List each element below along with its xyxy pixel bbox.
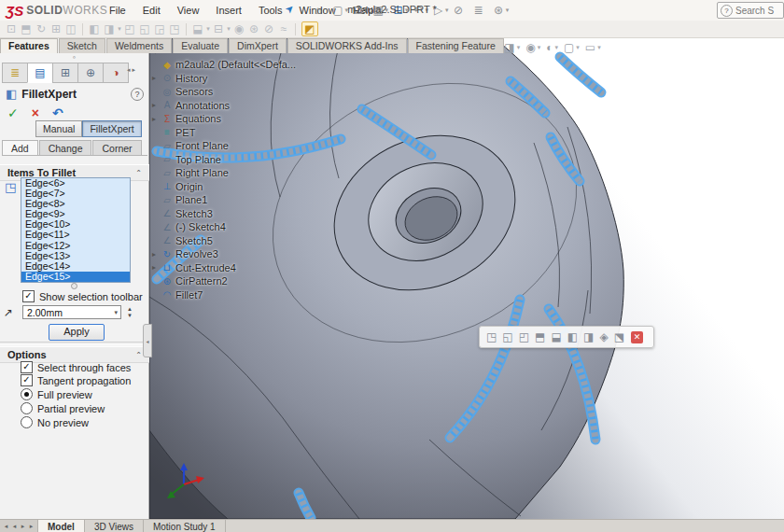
quick-access-icon[interactable]: ≣ ▾ <box>472 4 489 17</box>
quick-access-icon[interactable]: ⌂ ▾ <box>312 4 329 17</box>
selection-option-icon[interactable]: ◧ <box>567 330 578 343</box>
toolbar-icon[interactable]: ◩ <box>301 21 318 36</box>
expand-arrow-icon[interactable]: ▸ <box>152 263 161 272</box>
collapse-chevron-icon[interactable]: ⌃ <box>135 351 142 359</box>
command-tab[interactable]: DimXpert <box>229 38 287 53</box>
mode-button[interactable]: Manual <box>35 120 82 137</box>
tab-nav-arrow-icon[interactable]: ◂ <box>10 523 19 530</box>
tree-item[interactable]: ▸ ⊥ Origin <box>152 180 329 194</box>
command-tab[interactable]: Evaluate <box>173 38 228 53</box>
manager-tab[interactable]: ⊕ <box>77 63 103 83</box>
menu-item[interactable]: View <box>169 5 208 16</box>
edge-list-item[interactable]: Edge<15> <box>21 272 130 282</box>
tree-item[interactable]: ▸ ◆ m2aula2 (Default<<Defa... <box>152 58 329 72</box>
chevron-down-icon[interactable]: ▾ <box>517 44 521 51</box>
chevron-down-icon[interactable]: ▾ <box>365 7 369 14</box>
search-box[interactable]: ? Search S <box>717 2 784 19</box>
chevron-down-icon[interactable]: ▾ <box>445 7 449 14</box>
toolbar-icon[interactable] <box>295 23 296 35</box>
toolbar-icon[interactable]: ▾ <box>117 25 122 33</box>
menu-item[interactable]: File <box>101 5 134 16</box>
toolbar-icon[interactable]: ⊛ <box>248 22 259 35</box>
chevron-down-icon[interactable]: ▾ <box>405 7 409 14</box>
toolbar-icon[interactable]: ≈ <box>278 22 289 35</box>
command-tab[interactable]: SOLIDWORKS Add-Ins <box>287 38 407 53</box>
tree-item[interactable]: ▸ ◠ Fillet7 <box>152 288 329 302</box>
show-selection-toolbar-checkbox[interactable]: ✓ Show selection toolbar <box>22 290 143 302</box>
selection-option-icon[interactable]: ◱ <box>502 330 512 343</box>
quick-access-icon[interactable]: ▦ ▾ <box>372 4 389 17</box>
tab-nav-arrow-icon[interactable]: ▸ <box>27 523 35 530</box>
manager-tab[interactable]: ▤ <box>27 63 52 83</box>
menu-item[interactable]: Insert <box>207 5 250 16</box>
tab-nav-arrow-icon[interactable]: ◂ <box>2 523 10 530</box>
tree-item[interactable]: ▸ ⊛ CirPattern2 <box>152 274 329 288</box>
toolbar-icon[interactable]: ▾ <box>205 25 211 33</box>
no-preview-radio[interactable]: No preview <box>21 416 89 428</box>
toolbar-icon[interactable]: ◧ <box>89 22 100 35</box>
tree-item[interactable]: ▸ ▱ Top Plane <box>152 153 329 167</box>
view-tool-icon[interactable]: ▢ ▾ <box>564 41 580 54</box>
quick-access-icon[interactable]: ⊡ ▾ <box>352 4 369 17</box>
expand-arrow-icon[interactable]: ▸ <box>152 250 161 259</box>
document-tab[interactable]: Model <box>38 520 85 532</box>
expand-arrow-icon[interactable]: ▸ <box>152 101 161 109</box>
command-tab[interactable]: Weldments <box>106 38 172 53</box>
edges-listbox[interactable]: Edge<6>Edge<7>Edge<8>Edge<9>Edge<10>Edge… <box>21 177 131 283</box>
tree-item[interactable]: ▸ Σ Equations <box>152 112 329 126</box>
view-tool-icon[interactable]: ◉ ▾ <box>525 41 540 54</box>
quick-access-icon[interactable]: ↶ ▾ <box>413 4 429 17</box>
selection-option-icon[interactable]: ⬓ <box>551 330 561 343</box>
selection-option-icon[interactable]: ◰ <box>519 330 529 343</box>
chevron-down-icon[interactable]: ▾ <box>385 7 389 14</box>
tree-item[interactable]: ▸ ⊔ Cut-Extrude4 <box>152 261 329 275</box>
tab-nav-arrow-icon[interactable]: ▸ <box>19 523 27 530</box>
view-tool-icon[interactable]: ▭ ▾ <box>585 41 601 54</box>
tree-item[interactable]: ▸ ▱ Right Plane <box>152 166 329 180</box>
radius-spinner[interactable]: ▲▼ <box>124 304 135 320</box>
radius-input[interactable]: 2.00mm ▾ <box>22 305 121 319</box>
tree-item[interactable]: ▸ ▱ Front Plane <box>152 139 329 153</box>
panel-collapse-tab[interactable]: ◂ <box>143 324 152 357</box>
selection-option-icon[interactable]: ◳ <box>486 330 497 343</box>
tree-item[interactable]: ▸ ◎ Sensors <box>152 85 329 99</box>
list-resize-handle[interactable] <box>71 283 77 289</box>
selection-option-icon[interactable]: ◨ <box>583 330 594 343</box>
full-preview-radio[interactable]: Full preview <box>21 388 92 400</box>
chevron-down-icon[interactable]: ▾ <box>576 44 580 51</box>
toolbar-icon[interactable]: ⊡ <box>6 22 17 35</box>
quick-access-icon[interactable]: ▷ ▾ <box>432 4 449 17</box>
select-through-faces-checkbox[interactable]: ✓ Select through faces <box>21 361 131 373</box>
apply-button[interactable]: Apply <box>49 324 105 341</box>
toolbar-icon[interactable]: ▾ <box>226 25 231 33</box>
toolbar-icon[interactable]: ⊞ <box>50 22 62 35</box>
toolbar-icon[interactable]: ◉ <box>233 22 245 35</box>
tree-item[interactable]: ▸ ⊙ History <box>152 72 329 86</box>
selection-option-icon[interactable]: ⬒ <box>535 330 545 343</box>
tree-item[interactable]: ▸ ∠ Sketch3 <box>152 207 329 221</box>
dropdown-arrow-icon[interactable]: ▾ <box>114 309 118 316</box>
chevron-down-icon[interactable]: ▾ <box>554 44 558 51</box>
toolbar-icon[interactable]: ◨ <box>104 22 115 35</box>
tree-item[interactable]: ▸ ↻ Revolve3 <box>152 247 329 261</box>
tree-item[interactable]: ▸ ≡ PET <box>152 126 329 140</box>
collapse-chevron-icon[interactable]: ⌃ <box>135 169 142 177</box>
toolbar-icon[interactable]: ⬓ <box>192 22 203 35</box>
view-tool-icon[interactable]: ◨ ▾ <box>504 41 520 54</box>
quick-access-icon[interactable]: ⊟ ▾ <box>392 4 409 17</box>
toolbar-icon[interactable]: ⊟ <box>213 22 224 35</box>
tree-item[interactable]: ▸ ∠ (-) Sketch4 <box>152 220 329 234</box>
toolbar-icon[interactable] <box>82 23 83 35</box>
chevron-down-icon[interactable]: ▾ <box>506 7 510 14</box>
toolbar-icon[interactable]: ◲ <box>154 22 165 35</box>
selection-option-icon[interactable]: ◈ <box>599 330 608 343</box>
panel-handle[interactable]: ⚬ <box>0 54 148 62</box>
toolbar-icon[interactable]: ⊘ <box>263 22 274 35</box>
view-tool-icon[interactable]: ◐ ▾ <box>546 41 558 54</box>
tree-item[interactable]: ▸ ∠ Sketch5 <box>152 234 329 248</box>
cancel-button[interactable]: × <box>32 105 39 120</box>
chevron-down-icon[interactable]: ▾ <box>345 7 349 14</box>
menu-item[interactable]: Edit <box>134 5 169 16</box>
close-icon[interactable]: ✕ <box>631 331 643 343</box>
fillet-tab[interactable]: Add <box>2 140 38 155</box>
